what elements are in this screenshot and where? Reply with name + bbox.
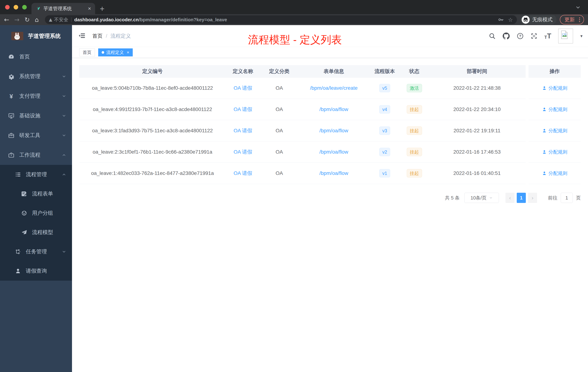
tag-home[interactable]: 首页 xyxy=(79,48,95,56)
definition-name-link[interactable]: OA 请假 xyxy=(234,85,252,92)
sidebar-item-home[interactable]: 首页 xyxy=(0,47,72,67)
person-icon xyxy=(542,86,547,90)
table-header-row: 定义编号 定义名称 定义分类 表单信息 流程版本 状态 部署时间 操作 xyxy=(79,65,581,77)
status-badge: 激活 xyxy=(407,84,422,92)
home-icon[interactable]: ⌂ xyxy=(35,17,39,23)
col-header-form-info: 表单信息 xyxy=(298,65,369,77)
fullscreen-icon[interactable] xyxy=(531,33,537,40)
table-row: oa_leave:3:1fad3d93-7b75-11ec-a3c8-acde4… xyxy=(79,120,581,142)
avatar-caret-icon[interactable]: ▾ xyxy=(580,33,583,39)
status-badge: 挂起 xyxy=(407,105,422,114)
sidebar-item-payment[interactable]: ¥ 支付管理 xyxy=(0,86,72,106)
deploy-time: 2022-01-22 21:48:38 xyxy=(428,77,526,99)
browser-window: 芋道管理系统 × + ← → ↻ ⌂ ▲ 不安全 dashboard.yudao… xyxy=(0,0,588,372)
current-page-button[interactable]: 1 xyxy=(517,193,526,203)
person-icon xyxy=(542,171,547,176)
github-icon[interactable] xyxy=(503,33,510,40)
assign-rule-link[interactable]: 分配规则 xyxy=(542,106,567,113)
form-link[interactable]: /bpm/oa/flow xyxy=(319,128,348,134)
window-close-button[interactable] xyxy=(5,5,10,10)
sidebar-item-user-group[interactable]: 用户分组 xyxy=(0,203,72,223)
broken-image-icon xyxy=(559,30,569,40)
forward-icon[interactable]: → xyxy=(14,17,20,23)
security-label: 不安全 xyxy=(54,17,68,23)
person-icon xyxy=(542,150,547,154)
deploy-time: 2022-01-16 01:40:51 xyxy=(428,163,526,184)
assign-rule-link[interactable]: 分配规则 xyxy=(542,170,567,176)
password-key-icon[interactable] xyxy=(498,17,504,23)
sidebar-item-process-management[interactable]: 流程管理 xyxy=(0,165,72,184)
sidebar-item-leave-query[interactable]: 请假查询 xyxy=(0,261,72,281)
definition-name-link[interactable]: OA 请假 xyxy=(234,170,252,177)
sidebar-item-infrastructure[interactable]: 基础设施 xyxy=(0,106,72,126)
definition-name-link[interactable]: OA 请假 xyxy=(234,149,252,155)
form-link[interactable]: /bpm/oa/flow xyxy=(319,149,348,155)
sidebar-item-workflow[interactable]: 工作流程 xyxy=(0,145,72,165)
window-minimize-button[interactable] xyxy=(14,5,18,10)
reload-icon[interactable]: ↻ xyxy=(25,17,30,23)
form-link[interactable]: /bpm/oa/flow xyxy=(319,170,348,176)
address-bar[interactable]: ▲ 不安全 dashboard.yudao.iocoder.cn/bpm/man… xyxy=(45,15,517,24)
assign-rule-link[interactable]: 分配规则 xyxy=(542,149,567,155)
browser-tab-strip: 芋道管理系统 × + xyxy=(0,0,588,14)
search-icon[interactable] xyxy=(489,33,496,40)
page-unit-label: 页 xyxy=(576,195,581,201)
hamburger-icon[interactable] xyxy=(78,32,85,40)
definition-name-link[interactable]: OA 请假 xyxy=(234,106,252,113)
goto-label: 前往 xyxy=(548,195,557,201)
people-icon xyxy=(21,210,27,216)
tag-process-definition[interactable]: 流程定义 × xyxy=(98,48,133,56)
url-path: /bpm/manager/definition?key=oa_leave xyxy=(139,17,227,22)
gear-icon xyxy=(8,73,15,80)
browser-tab[interactable]: 芋道管理系统 × xyxy=(32,3,95,14)
chevron-down-icon xyxy=(62,250,66,254)
definition-name-link[interactable]: OA 请假 xyxy=(234,127,252,134)
sidebar: 芋道管理系统 首页 系统管理 ¥ 支付管理 xyxy=(0,25,72,372)
assign-rule-link[interactable]: 分配规则 xyxy=(542,85,567,91)
prev-page-button[interactable]: ‹ xyxy=(505,193,514,203)
user-icon xyxy=(15,268,21,274)
next-page-button[interactable]: › xyxy=(528,193,537,203)
sidebar-item-task-management[interactable]: 任务管理 xyxy=(0,242,72,261)
assign-rule-link[interactable]: 分配规则 xyxy=(542,128,567,134)
deploy-time: 2022-01-22 20:34:10 xyxy=(428,99,526,120)
form-link[interactable]: /bpm/oa/flow xyxy=(319,107,348,112)
page-size-select[interactable]: 10条/页 xyxy=(464,193,499,203)
browser-menu-icon[interactable] xyxy=(578,17,581,22)
window-zoom-button[interactable] xyxy=(22,5,27,10)
deploy-time: 2022-01-16 17:46:53 xyxy=(428,142,526,163)
help-icon[interactable]: ? xyxy=(517,33,524,40)
incognito-badge: 无痕模式 xyxy=(520,15,556,24)
sidebar-item-system[interactable]: 系统管理 xyxy=(0,67,72,86)
sidebar-item-process-model[interactable]: 流程模型 xyxy=(0,223,72,242)
security-warning-icon: ▲ xyxy=(49,17,52,22)
update-label: 更新 xyxy=(565,16,575,23)
form-link[interactable]: /bpm/oa/leave/create xyxy=(310,85,358,91)
briefcase-icon xyxy=(8,152,15,158)
tag-close-icon[interactable]: × xyxy=(127,50,129,55)
breadcrumb-home[interactable]: 首页 xyxy=(92,33,103,40)
update-button[interactable]: 更新 xyxy=(560,15,584,24)
bookmark-star-icon[interactable]: ☆ xyxy=(508,17,513,23)
status-badge: 挂起 xyxy=(407,127,422,135)
version-badge: v2 xyxy=(379,148,390,156)
active-tag-dot xyxy=(102,51,104,54)
avatar[interactable] xyxy=(558,29,573,44)
tab-close-icon[interactable]: × xyxy=(88,6,91,11)
breadcrumb-current: 流程定义 xyxy=(111,33,131,40)
app-title: 芋道管理系统 xyxy=(28,33,61,40)
sidebar-item-dev-tools[interactable]: 研发工具 xyxy=(0,126,72,145)
new-tab-button[interactable]: + xyxy=(100,5,105,13)
sidebar-item-process-form[interactable]: 流程表单 xyxy=(0,184,72,203)
select-caret-icon xyxy=(489,196,493,200)
browser-toolbar: ← → ↻ ⌂ ▲ 不安全 dashboard.yudao.iocoder.cn… xyxy=(0,14,588,25)
font-size-icon[interactable]: TT xyxy=(544,33,551,40)
chevron-down-icon xyxy=(62,114,66,118)
tab-search-chevron-icon[interactable] xyxy=(575,5,581,11)
version-badge: v1 xyxy=(379,169,390,177)
pagination: 共 5 条 10条/页 ‹ 1 › 前往 页 xyxy=(79,193,581,203)
goto-page-input[interactable] xyxy=(561,193,573,203)
page-url: dashboard.yudao.iocoder.cn/bpm/manager/d… xyxy=(74,17,227,22)
back-icon[interactable]: ← xyxy=(4,17,9,23)
sidebar-logo[interactable]: 芋道管理系统 xyxy=(0,25,72,47)
